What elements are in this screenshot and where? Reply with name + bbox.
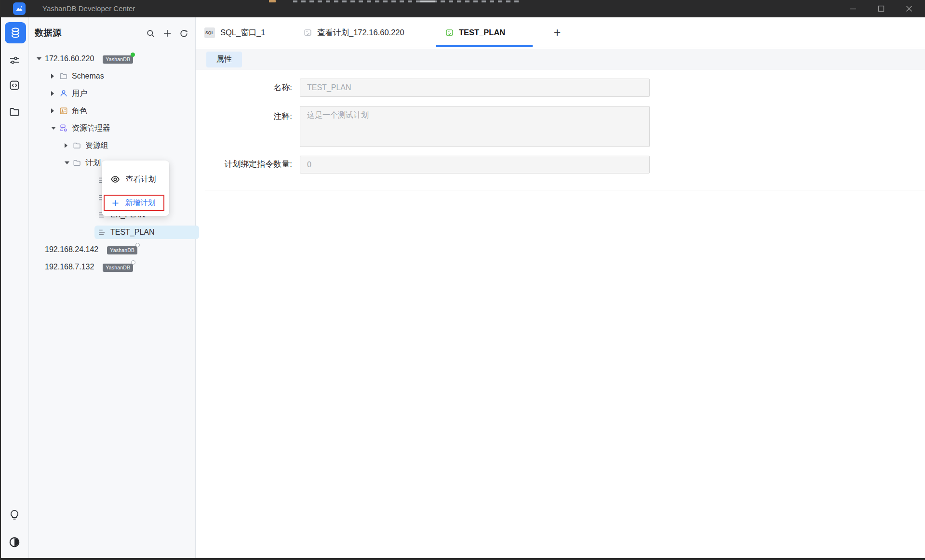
plan-bound-directive-count-field[interactable]: 0 xyxy=(300,156,650,173)
window-bottom-border xyxy=(0,558,925,560)
context-menu: 查看计划新增计划 xyxy=(102,160,169,216)
tree-item-label: 角色 xyxy=(72,106,87,116)
maximize-icon xyxy=(878,5,885,12)
form-divider xyxy=(205,190,925,190)
datasource-panel-header: 数据源 xyxy=(29,17,195,50)
maximize-button[interactable] xyxy=(867,0,895,17)
tree-item-192-168-24-142[interactable]: 192.168.24.142YashanDB xyxy=(29,241,196,258)
tree-item-label: 用户 xyxy=(72,89,87,99)
contrast-icon xyxy=(8,536,21,548)
tab-properties[interactable]: 属性 xyxy=(206,52,242,67)
db-type-badge: YashanDB xyxy=(103,263,133,272)
menu-item-view-plan[interactable]: 查看计划 xyxy=(104,171,164,187)
tips-button[interactable] xyxy=(6,506,23,523)
disconnected-dot xyxy=(131,260,135,265)
menu-item-label: 新增计划 xyxy=(125,198,155,208)
window-left-border xyxy=(0,0,1,560)
tree-item-label: 计划 xyxy=(85,158,101,168)
tree-item-label: 资源管理器 xyxy=(72,123,110,133)
main-content: + SQLSQL_窗口_1查看计划_172.16.60.220TEST_PLAN… xyxy=(196,17,925,560)
database-icon xyxy=(9,27,22,39)
tree-item-test-plan[interactable]: TEST_PLAN xyxy=(29,224,196,241)
plan-gray-icon xyxy=(304,28,312,37)
window-controls xyxy=(839,0,923,17)
close-icon xyxy=(906,5,912,12)
role-icon xyxy=(59,107,68,115)
tab-查看计划-172-16-60-220[interactable]: 查看计划_172.16.60.220 xyxy=(304,17,404,48)
menu-item-label: 查看计划 xyxy=(126,174,156,185)
db-type-badge: YashanDB xyxy=(107,245,137,254)
tree-item-资源组[interactable]: 资源组 xyxy=(29,137,196,154)
tab-bar: + SQLSQL_窗口_1查看计划_172.16.60.220TEST_PLAN xyxy=(196,17,925,48)
clipped-toast-fragment xyxy=(231,0,540,2)
tab-sql-窗口-1[interactable]: SQLSQL_窗口_1 xyxy=(204,17,266,48)
plan-comment-label: 注释: xyxy=(196,112,292,121)
refresh-icon[interactable] xyxy=(179,29,188,38)
tab-label: SQL_窗口_1 xyxy=(220,27,266,38)
user-icon xyxy=(59,89,68,98)
panel-title: 数据源 xyxy=(35,27,62,39)
folder-icon xyxy=(9,106,20,118)
plan-icon xyxy=(98,228,107,237)
sidebar-item-files[interactable] xyxy=(6,103,23,120)
app-title: YashanDB Developer Center xyxy=(42,0,135,17)
tree-item-label: 172.16.60.220 xyxy=(45,54,94,63)
plus-icon xyxy=(111,199,120,207)
sliders-icon xyxy=(9,54,20,66)
tree-item-label: 资源组 xyxy=(85,141,108,151)
connected-dot xyxy=(131,53,135,57)
plan-name-field[interactable]: TEST_PLAN xyxy=(300,79,650,97)
minimize-button[interactable] xyxy=(839,0,867,17)
plan-name-label: 名称: xyxy=(196,83,292,93)
close-button[interactable] xyxy=(895,0,923,17)
folder-icon xyxy=(59,72,68,80)
tree-item-角色[interactable]: 角色 xyxy=(29,102,196,120)
titlebar: YashanDB Developer Center xyxy=(0,0,925,17)
minimize-icon xyxy=(850,5,857,12)
app-logo-icon xyxy=(13,2,26,15)
tree-item-资源管理器[interactable]: 资源管理器 xyxy=(29,120,196,137)
search-icon[interactable] xyxy=(146,29,155,38)
theme-toggle-button[interactable] xyxy=(6,533,23,551)
tab-label: TEST_PLAN xyxy=(459,28,505,37)
folder-icon xyxy=(73,141,81,150)
tree-item-172-16-60-220[interactable]: 172.16.60.220YashanDB xyxy=(29,50,196,67)
sidebar-item-settings[interactable] xyxy=(6,52,23,69)
folder-icon xyxy=(73,159,81,167)
menu-item-new-plan[interactable]: 新增计划 xyxy=(104,195,164,211)
code-icon xyxy=(9,80,20,91)
tab-label: 查看计划_172.16.60.220 xyxy=(317,27,404,38)
tree-item-label: 192.168.7.132 xyxy=(45,263,94,271)
db-type-badge: YashanDB xyxy=(103,54,133,64)
properties-tab-bar: 属性 xyxy=(196,49,925,70)
eye-icon xyxy=(110,174,120,184)
plan-comment-field[interactable]: 这是一个测试计划 xyxy=(300,106,650,147)
tab-test-plan[interactable]: TEST_PLAN xyxy=(445,17,505,48)
datasource-panel: 数据源 172.16.60.220YashanDBSchemas用户角色资源管理… xyxy=(29,17,196,560)
plan-bound-directive-count-label: 计划绑定指令数量: xyxy=(196,160,292,169)
tree-item-schemas[interactable]: Schemas xyxy=(29,67,196,85)
tree-item-label: Schemas xyxy=(72,72,104,80)
add-tab-button[interactable]: + xyxy=(548,17,567,48)
activity-bar xyxy=(0,17,29,560)
tree-item-用户[interactable]: 用户 xyxy=(29,85,196,102)
bulb-icon xyxy=(9,509,20,520)
plan-green-icon xyxy=(445,28,454,37)
tree-item-label: TEST_PLAN xyxy=(110,228,155,237)
tree-item-label: 192.168.24.142 xyxy=(45,245,98,254)
sidebar-item-datasource[interactable] xyxy=(5,22,26,43)
disconnected-dot xyxy=(135,243,140,247)
add-datasource-icon[interactable] xyxy=(162,28,172,38)
sql-window-icon: SQL xyxy=(204,27,215,38)
tree-item-192-168-7-132[interactable]: 192.168.7.132YashanDB xyxy=(29,258,196,276)
resource-icon xyxy=(59,124,68,133)
sidebar-item-sql-console[interactable] xyxy=(6,77,23,94)
